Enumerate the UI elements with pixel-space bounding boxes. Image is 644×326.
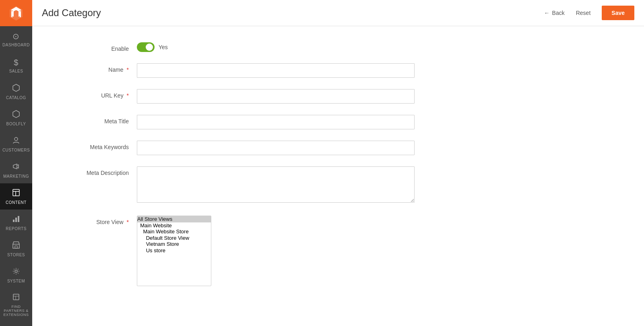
meta-keywords-label: Meta Keywords	[56, 141, 137, 150]
meta-title-label: Meta Title	[56, 115, 137, 125]
header-actions: ← Back Reset Save	[544, 6, 634, 20]
url-key-field	[137, 89, 415, 104]
name-label: Name *	[56, 63, 137, 73]
sidebar-item-label: SALES	[9, 69, 23, 73]
meta-title-field	[137, 115, 415, 129]
enable-label: Enable	[56, 42, 137, 52]
meta-description-label: Meta Description	[56, 166, 137, 176]
reset-button[interactable]: Reset	[570, 6, 597, 19]
store-view-label: Store View *	[56, 216, 137, 225]
enable-field: Yes	[137, 42, 415, 52]
page-header: Add Category ← Back Reset Save	[32, 0, 644, 26]
store-view-option-default-store-view[interactable]: Default Store View	[137, 235, 211, 241]
store-view-option-all[interactable]: All Store Views	[137, 216, 211, 222]
sidebar-item-catalog[interactable]: CATALOG	[0, 79, 32, 105]
sidebar-item-label: REPORTS	[6, 226, 27, 231]
catalog-icon	[12, 84, 20, 94]
meta-title-row: Meta Title	[56, 115, 620, 129]
svg-rect-8	[18, 216, 19, 222]
store-view-listbox[interactable]: All Store Views Main Website Main Websit…	[137, 216, 211, 286]
sidebar-item-label: CONTENT	[6, 200, 27, 205]
sales-icon: $	[14, 58, 19, 67]
sidebar-item-dashboard[interactable]: ⊙ DASHBOARD	[0, 26, 32, 52]
logo[interactable]	[0, 0, 32, 26]
form-content: Enable Yes Name *	[32, 26, 644, 326]
sidebar-item-label: MARKETING	[3, 174, 29, 179]
store-view-option-vietnam-store[interactable]: Vietnam Store	[137, 241, 211, 247]
find-partners-icon	[12, 293, 20, 303]
marketing-icon	[12, 162, 20, 172]
enable-toggle[interactable]	[137, 42, 155, 52]
meta-description-field	[137, 166, 415, 204]
sidebar-item-find-partners[interactable]: FIND PARTNERS & EXTENSIONS	[0, 288, 32, 322]
sidebar-item-label: DASHBOARD	[2, 43, 30, 47]
svg-rect-10	[15, 246, 17, 248]
sidebar-item-sales[interactable]: $ SALES	[0, 52, 32, 79]
boolfly-icon	[12, 110, 20, 120]
svg-rect-3	[13, 189, 19, 196]
sidebar-item-customers[interactable]: CUSTOMERS	[0, 131, 32, 157]
system-icon	[12, 267, 20, 277]
svg-point-2	[14, 137, 18, 141]
toggle-slider	[137, 42, 155, 52]
sidebar-item-system[interactable]: SYSTEM	[0, 262, 32, 288]
name-row: Name *	[56, 63, 620, 78]
sidebar-item-reports[interactable]: REPORTS	[0, 210, 32, 236]
content-icon	[12, 189, 20, 199]
sidebar-item-label: STORES	[7, 253, 25, 257]
save-button[interactable]: Save	[602, 6, 634, 20]
meta-description-input[interactable]	[137, 166, 415, 203]
store-view-option-main-website-store[interactable]: Main Website Store	[137, 228, 211, 235]
svg-rect-6	[13, 220, 14, 222]
page-title: Add Category	[42, 7, 544, 19]
store-view-option-main-website[interactable]: Main Website	[137, 222, 211, 229]
name-required: *	[127, 66, 129, 73]
sidebar-item-label: CUSTOMERS	[2, 148, 30, 152]
store-view-row: Store View * All Store Views Main Websit…	[56, 216, 620, 287]
main-area: Add Category ← Back Reset Save Enable Ye…	[32, 0, 644, 326]
enable-row: Enable Yes	[56, 42, 620, 52]
name-field	[137, 63, 415, 78]
svg-marker-1	[13, 110, 19, 118]
svg-marker-0	[13, 84, 19, 91]
enable-text: Yes	[159, 44, 168, 50]
url-key-input[interactable]	[137, 89, 415, 104]
sidebar-item-label: FIND PARTNERS & EXTENSIONS	[2, 305, 31, 317]
back-button[interactable]: ← Back	[544, 10, 565, 16]
meta-keywords-row: Meta Keywords	[56, 141, 620, 155]
sidebar-item-label: CATALOG	[6, 96, 26, 100]
sidebar-item-label: SYSTEM	[7, 279, 25, 283]
store-view-option-us-store[interactable]: Us store	[137, 247, 211, 254]
url-key-required: *	[127, 92, 129, 99]
meta-description-row: Meta Description	[56, 166, 620, 204]
sidebar-item-boolfly[interactable]: BOOLFLY	[0, 105, 32, 131]
sidebar-item-marketing[interactable]: MARKETING	[0, 157, 32, 183]
store-view-required: *	[127, 219, 129, 225]
sidebar-item-label: BOOLFLY	[6, 122, 26, 126]
svg-point-11	[15, 270, 17, 272]
name-input[interactable]	[137, 63, 415, 78]
sidebar: ⊙ DASHBOARD $ SALES CATALOG BOOLFLY CUST…	[0, 0, 32, 326]
svg-rect-7	[15, 218, 17, 222]
svg-rect-12	[13, 294, 19, 300]
store-view-field: All Store Views Main Website Main Websit…	[137, 216, 415, 287]
back-arrow-icon: ←	[544, 10, 550, 16]
url-key-label: URL Key *	[56, 89, 137, 99]
stores-icon	[12, 241, 20, 251]
customers-icon	[12, 136, 20, 146]
dashboard-icon: ⊙	[12, 31, 20, 41]
meta-keywords-input[interactable]	[137, 141, 415, 155]
sidebar-item-content[interactable]: CONTENT	[0, 183, 32, 210]
url-key-row: URL Key *	[56, 89, 620, 104]
svg-rect-9	[13, 244, 19, 248]
meta-keywords-field	[137, 141, 415, 155]
reports-icon	[12, 215, 20, 225]
enable-toggle-wrap: Yes	[137, 42, 415, 52]
meta-title-input[interactable]	[137, 115, 415, 129]
sidebar-item-stores[interactable]: STORES	[0, 236, 32, 262]
